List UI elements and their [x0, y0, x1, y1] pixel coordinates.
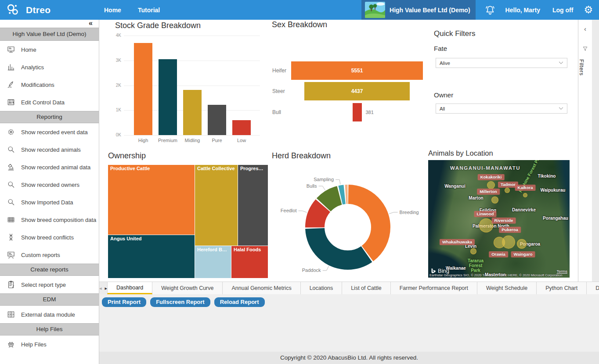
map-data-bubble[interactable]	[523, 193, 527, 197]
target-icon	[6, 127, 16, 137]
sidebar-item-show-recorded-animal-data[interactable]: Show recorded animal data	[0, 158, 99, 176]
sidebar-item-analytics[interactable]: Analytics	[0, 58, 99, 76]
abacus-icon	[6, 215, 16, 225]
sidebar-collapse-icon[interactable]: «	[0, 20, 99, 28]
company-selector[interactable]: High Value Beef Ltd (Demo)	[361, 0, 476, 20]
navbar-right: High Value Beef Ltd (Demo) Hello, Marty …	[361, 0, 599, 20]
logoff-link[interactable]: Log off	[552, 7, 573, 14]
report-tab-weight-schedule[interactable]: Weight Schedule	[477, 282, 537, 294]
report-tab-death-summary[interactable]: Death Summary	[587, 282, 599, 294]
sidebar-item-show-recorded-animals[interactable]: Show recorded animals	[0, 141, 99, 158]
sidebar-item-external-data-module[interactable]: External data module	[0, 306, 99, 323]
dtreo-logo-icon	[5, 3, 20, 18]
owner-dropdown[interactable]: All	[436, 103, 567, 114]
quick-filters-title: Quick Filters	[434, 29, 475, 38]
nav-link-home[interactable]: Home	[104, 7, 121, 14]
stock-grade-bar-high[interactable]	[134, 43, 152, 135]
funnel-bar-heifer[interactable]: 5551	[291, 61, 423, 80]
sidebar-item-show-breed-conflicts[interactable]: Show breed conflicts	[0, 228, 99, 246]
sidebar-item-edit-control-data[interactable]: Edit Control Data	[0, 93, 99, 111]
sidebar-item-show-recorded-owners[interactable]: Show recorded owners	[0, 176, 99, 193]
magnifier-icon	[6, 145, 16, 154]
treemap-tile-cattle-collective[interactable]: Cattle Collective	[195, 165, 238, 246]
filter-funnel-icon[interactable]	[582, 46, 588, 52]
sidebar-item-select-report-type[interactable]: Select report type	[0, 276, 99, 293]
map-data-bubble[interactable]	[470, 248, 476, 254]
report-tab-dashboard[interactable]: Dashboard	[107, 282, 152, 294]
sidebar-item-custom-reports[interactable]: Custom reports	[0, 246, 99, 264]
sidebar-section-reporting: Reporting	[0, 111, 99, 123]
donut-segment-breeding[interactable]	[315, 194, 381, 260]
stock-grade-bar-pure[interactable]	[208, 105, 226, 135]
sidebar-item-help-files[interactable]: Help Files	[0, 335, 99, 353]
report-tab-farmer-performance-report[interactable]: Farmer Performance Report	[391, 282, 477, 294]
brand-name[interactable]: Dtreo	[26, 5, 51, 15]
donut-segment-feedlot[interactable]	[315, 194, 381, 260]
fate-dropdown[interactable]: Alive	[436, 58, 567, 68]
map-terms-link[interactable]: Terms	[557, 269, 568, 274]
treemap-tile-hereford-beef[interactable]: Hereford Beef	[195, 246, 231, 278]
reload-report-button[interactable]: Reload Report	[214, 297, 265, 307]
owner-label: Owner	[434, 91, 453, 99]
footer: Copyright © 2020 AbacusBio Ltd. All righ…	[99, 352, 599, 364]
report-tab-list-of-cattle[interactable]: List of Cattle	[342, 282, 390, 294]
treemap-tile-label: Progressive...	[238, 165, 268, 172]
x-axis-label: Premium	[155, 138, 180, 143]
stock-grade-bar-premium[interactable]	[159, 59, 177, 135]
sidebar-item-show-recorded-event-data[interactable]: Show recorded event data	[0, 123, 99, 141]
tab-scroll-left-icon[interactable]: ◂	[99, 285, 102, 291]
funnel-bar-steer[interactable]: 4437	[304, 82, 410, 100]
fullscreen-report-button[interactable]: Fullscreen Report	[150, 297, 210, 307]
map-data-bubble[interactable]	[479, 218, 493, 232]
report-tab-python-chart[interactable]: Python Chart	[537, 282, 587, 294]
stock-grade-bar-low[interactable]	[232, 120, 251, 135]
funnel-bar-bull[interactable]	[353, 103, 362, 121]
map-farm-label: Pukeroa	[499, 227, 521, 233]
map-farm-label: Orawia	[489, 251, 508, 257]
map-data-bubble[interactable]	[517, 239, 527, 249]
scrollbar-track[interactable]	[592, 20, 599, 282]
map-data-bubble[interactable]	[491, 196, 498, 203]
nav-link-tutorial[interactable]: Tutorial	[138, 7, 160, 14]
treemap-tile-label: Productive Cattle	[108, 165, 195, 172]
sidebar-item-home[interactable]: Home	[0, 41, 99, 58]
sidebar-item-show-imported-data[interactable]: Show Imported Data	[0, 193, 99, 211]
report-tab-locations[interactable]: Locations	[301, 282, 343, 294]
map-data-bubble[interactable]	[505, 188, 510, 193]
treemap-tile-halal-foods[interactable]: Halal Foods	[231, 246, 268, 278]
settings-gear-icon[interactable]: ⚙	[584, 5, 593, 15]
stock-grade-bar-midling[interactable]	[183, 90, 202, 135]
greeting-text[interactable]: Hello, Marty	[505, 7, 540, 14]
map-data-bubble[interactable]	[502, 236, 515, 249]
donut-segment-bulls[interactable]	[315, 194, 381, 260]
fate-dropdown-value: Alive	[440, 61, 559, 66]
sidebar-item-show-breed-composition-data[interactable]: Show breed composition data	[0, 211, 99, 228]
sex-breakdown-visual: Sex Breakdown Heifer5551Steer4437Bull381	[271, 20, 433, 147]
pen-icon	[6, 80, 16, 89]
donut-segment-other[interactable]	[315, 194, 381, 260]
sidebar-item-label: Show recorded owners	[21, 182, 79, 188]
report-tab-weight-growth-curve[interactable]: Weight Growth Curve	[152, 282, 223, 294]
sidebar-item-label: External data module	[21, 311, 75, 318]
location-map[interactable]: WANGANUI-MANAWATU Bing Earthstar Geograp…	[428, 160, 570, 278]
report-tab-annual-genomic-metrics[interactable]: Annual Genomic Metrics	[223, 282, 300, 294]
app-window: Dtreo Home Tutorial High Value Beef	[0, 0, 599, 364]
donut-segment-sampling[interactable]	[315, 194, 381, 260]
treemap-tile-progressive-[interactable]: Progressive...	[238, 165, 268, 246]
clipboard-icon	[6, 280, 16, 289]
sidebar-item-modifications[interactable]: Modifications	[0, 76, 99, 93]
donut-segment-label: Breeding	[400, 210, 419, 215]
map-farm-label: Kaikora	[515, 185, 536, 191]
map-data-bubble[interactable]	[487, 181, 495, 189]
treemap-tile-angus-united[interactable]: Angus United	[108, 235, 195, 278]
print-report-button[interactable]: Print Report	[102, 297, 146, 307]
funnel-value-label: 381	[366, 110, 374, 115]
sidebar-section-create-reports: Create reports	[0, 264, 99, 276]
notifications-bell-icon[interactable]	[484, 4, 496, 16]
herd-breakdown-donut[interactable]: BreedingPaddockFeedlotBullsSampling	[275, 174, 433, 279]
donut-callout-line	[323, 266, 329, 271]
donut-segment-paddock[interactable]	[315, 194, 381, 260]
y-axis-tick: 1K	[112, 107, 121, 112]
treemap-tile-productive-cattle[interactable]: Productive Cattle	[108, 165, 195, 235]
filters-rail-collapse-icon[interactable]: ‹	[578, 25, 592, 32]
